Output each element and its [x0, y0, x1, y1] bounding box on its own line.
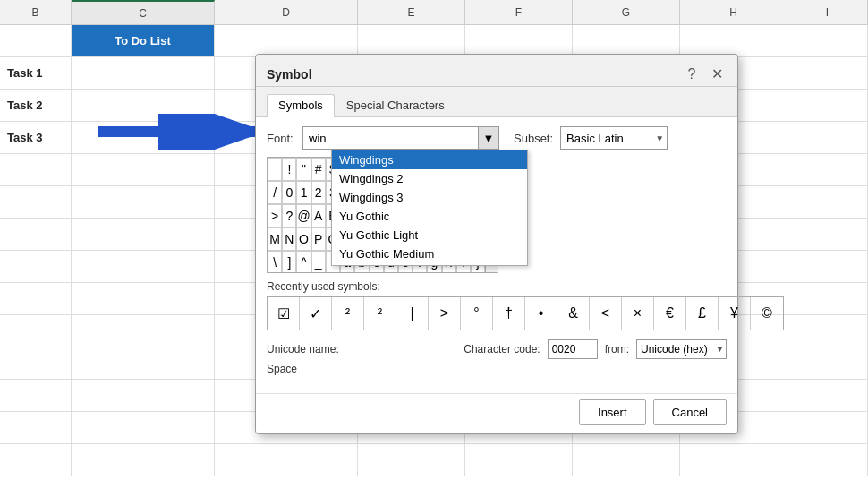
recently-used-cell[interactable]: °	[461, 297, 493, 330]
symbol-cell[interactable]: /	[268, 181, 282, 204]
font-input-wrap: ▼ Wingdings Wingdings 2 Wingdings 3 Yu G…	[302, 126, 499, 150]
recently-used-cell[interactable]: €	[654, 297, 686, 330]
symbol-cell[interactable]: ]	[282, 251, 296, 273]
recently-used-cell[interactable]: &	[557, 297, 590, 330]
dropdown-item-yugothic-medium[interactable]: Yu Gothic Medium	[332, 244, 527, 263]
tab-special-characters[interactable]: Special Characters	[335, 94, 456, 117]
font-input[interactable]	[302, 126, 499, 150]
recently-used-cell[interactable]: ✓	[300, 297, 332, 330]
cancel-button[interactable]: Cancel	[653, 399, 727, 425]
unicode-name-label: Unicode name:	[267, 343, 339, 356]
recently-used-cell[interactable]: £	[686, 297, 719, 330]
symbol-cell[interactable]: \	[268, 251, 282, 273]
dialog-footer: Insert Cancel	[256, 393, 737, 433]
from-label: from:	[605, 343, 629, 356]
font-row: Font: ▼ Wingdings Wingdings 2 Wingdings …	[267, 126, 727, 150]
font-dropdown-list: Wingdings Wingdings 2 Wingdings 3 Yu Got…	[331, 150, 528, 266]
symbol-cell[interactable]: A	[311, 204, 326, 227]
col-header-f: F	[465, 0, 573, 24]
task-1-value	[72, 57, 215, 89]
insert-button[interactable]: Insert	[579, 399, 646, 425]
column-headers: B C D E F G H I	[0, 0, 868, 25]
col-header-b: B	[0, 0, 72, 24]
recently-used-cell[interactable]: ☑	[268, 297, 300, 330]
col-header-e: E	[358, 0, 465, 24]
dialog-tabs: Symbols Special Characters	[256, 87, 737, 117]
symbol-cell[interactable]: 1	[296, 181, 311, 204]
recently-used-row: ☑✓²²|>°†•&<×€£¥©	[267, 296, 784, 330]
unicode-row: Unicode name: Character code: from: Unic…	[267, 339, 727, 359]
recently-used-cell[interactable]: ²	[332, 297, 364, 330]
symbol-cell[interactable]: !	[282, 158, 296, 181]
recently-used-cell[interactable]: |	[396, 297, 429, 330]
dialog-titlebar: Symbol ? ✕	[256, 55, 737, 87]
from-select[interactable]: Unicode (hex)	[636, 339, 727, 359]
recently-used-cell[interactable]: ¥	[719, 297, 751, 330]
dialog-help-button[interactable]: ?	[682, 64, 702, 84]
col-header-d: D	[215, 0, 358, 24]
dialog-body: Font: ▼ Wingdings Wingdings 2 Wingdings …	[256, 117, 737, 393]
empty-cell-d	[215, 25, 358, 56]
empty-cell-g	[573, 25, 680, 56]
subset-select[interactable]: Basic Latin	[560, 126, 668, 150]
empty-cell-i	[787, 25, 868, 56]
dropdown-item-yugothic-ui[interactable]: Yu Gothic UI	[332, 263, 527, 266]
dropdown-item-wingdings2[interactable]: Wingdings 2	[332, 169, 527, 188]
task-2-label: Task 2	[0, 90, 72, 121]
space-label: Space	[267, 363, 727, 375]
col-header-i: I	[787, 0, 868, 24]
symbol-cell[interactable]: ?	[282, 204, 296, 227]
font-dropdown-arrow[interactable]: ▼	[478, 126, 499, 150]
symbol-cell[interactable]: O	[296, 227, 311, 251]
todo-header-cell: To Do List	[72, 25, 215, 56]
task-3-label: Task 3	[0, 122, 72, 153]
recently-used-cell[interactable]: •	[525, 297, 557, 330]
tab-symbols[interactable]: Symbols	[267, 94, 335, 117]
symbol-cell[interactable]: @	[296, 204, 311, 227]
dialog-title: Symbol	[267, 67, 312, 82]
chevron-down-icon: ▼	[483, 132, 495, 145]
subset-label: Subset:	[514, 132, 553, 145]
symbol-cell[interactable]: >	[268, 204, 282, 227]
symbol-cell[interactable]: 2	[311, 181, 326, 204]
empty-cell-h	[680, 25, 787, 56]
char-code-label: Character code:	[464, 343, 540, 356]
dialog-controls: ? ✕	[682, 64, 727, 84]
col-header-c: C	[72, 0, 215, 24]
symbol-dialog: Symbol ? ✕ Symbols Special Characters Fo…	[255, 54, 738, 434]
recently-used-cell[interactable]: ×	[622, 297, 654, 330]
from-wrap: Unicode (hex) ▼	[636, 339, 727, 359]
dialog-close-button[interactable]: ✕	[707, 64, 727, 84]
symbol-cell[interactable]: _	[311, 251, 326, 273]
task-1-label: Task 1	[0, 57, 72, 89]
empty-cell-e	[358, 25, 465, 56]
subset-wrap: Basic Latin ▼	[560, 126, 668, 150]
symbol-cell[interactable]	[268, 158, 282, 181]
col-header-h: H	[680, 0, 787, 24]
symbol-cell[interactable]: P	[311, 227, 326, 251]
empty-row-13	[0, 444, 868, 476]
arrow-indicator	[98, 114, 268, 150]
symbol-cell[interactable]: "	[296, 158, 311, 181]
recently-used-cell[interactable]: ©	[751, 297, 783, 330]
symbol-cell[interactable]: M	[268, 227, 282, 251]
todo-header-row: To Do List	[0, 25, 868, 57]
symbol-cell[interactable]: N	[282, 227, 296, 251]
dropdown-item-wingdings[interactable]: Wingdings	[332, 150, 527, 169]
empty-cell	[0, 25, 72, 56]
symbol-cell[interactable]: ^	[296, 251, 311, 273]
dropdown-item-yugothic-light[interactable]: Yu Gothic Light	[332, 226, 527, 244]
recently-used-label: Recently used symbols:	[267, 280, 727, 293]
symbol-cell[interactable]: 0	[282, 181, 296, 204]
char-code-input[interactable]	[548, 339, 598, 359]
recently-used-cell[interactable]: <	[590, 297, 622, 330]
dropdown-item-wingdings3[interactable]: Wingdings 3	[332, 188, 527, 207]
recently-used-cell[interactable]: †	[493, 297, 525, 330]
dropdown-item-yugothic[interactable]: Yu Gothic	[332, 207, 527, 226]
col-header-g: G	[573, 0, 680, 24]
recently-used-cell[interactable]: ²	[364, 297, 396, 330]
recently-used-cell[interactable]: >	[429, 297, 461, 330]
symbol-cell[interactable]: #	[311, 158, 326, 181]
font-label: Font:	[267, 132, 295, 145]
empty-cell-f	[465, 25, 573, 56]
